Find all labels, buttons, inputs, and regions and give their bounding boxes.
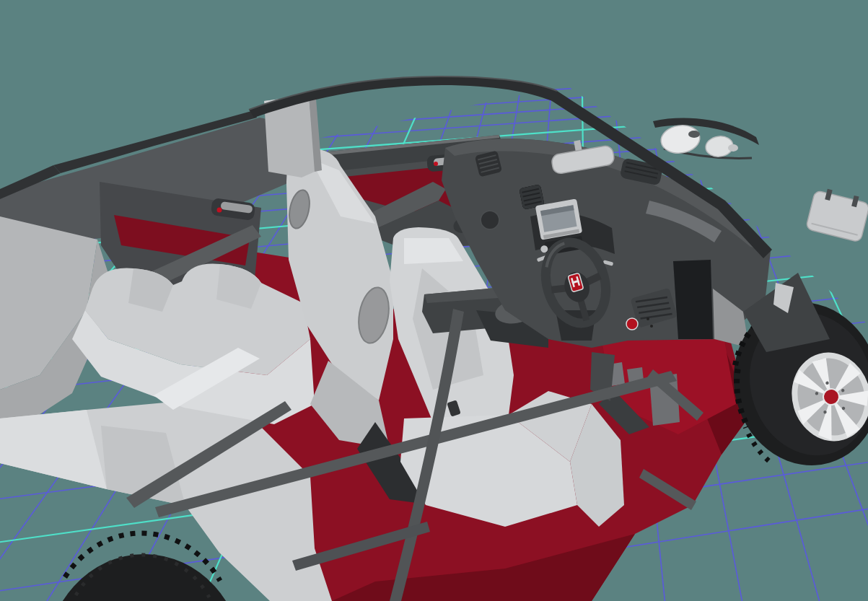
3d-viewport[interactable] xyxy=(0,0,868,601)
honda-badge-dash xyxy=(626,318,638,330)
tweeter-speaker xyxy=(481,211,499,229)
